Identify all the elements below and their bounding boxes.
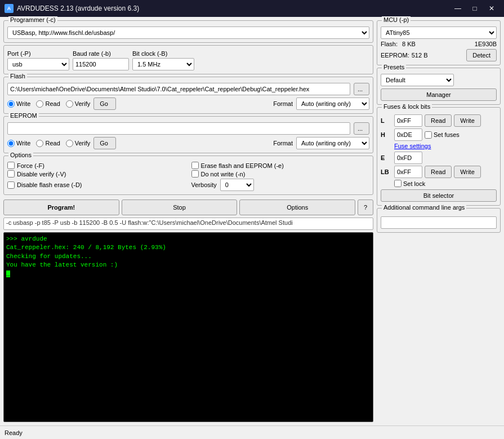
- fuse-lb-read-button[interactable]: Read: [425, 166, 452, 178]
- fuse-e-row: E: [381, 152, 497, 164]
- port-select[interactable]: usb: [7, 58, 69, 70]
- fuse-l-input[interactable]: [394, 114, 422, 127]
- eeprom-browse-button[interactable]: ...: [354, 122, 369, 135]
- set-lock-check-label[interactable]: Set lock: [394, 180, 425, 187]
- flash-go-button[interactable]: Go: [93, 97, 116, 110]
- eeprom-read-radio-label[interactable]: Read: [36, 140, 60, 147]
- flash-verify-radio[interactable]: [66, 100, 73, 108]
- fuse-e-label: E: [381, 154, 392, 161]
- set-lock-row: Set lock: [394, 180, 497, 187]
- flash-write-radio-label[interactable]: Write: [7, 100, 30, 108]
- port-label: Port (-P): [7, 50, 69, 57]
- title-bar-left: A AVRDUDESS 2.13 (avrdude version 6.3): [5, 4, 139, 13]
- flash-browse-button[interactable]: ...: [354, 83, 369, 95]
- detect-button[interactable]: Detect: [466, 49, 497, 61]
- programmer-select[interactable]: USBasp, http://www.fischl.de/usbasp/: [7, 26, 369, 39]
- eeprom-verify-radio[interactable]: [66, 140, 73, 147]
- fuse-l-read-button[interactable]: Read: [425, 114, 452, 127]
- additional-args-label: Additional command line args: [382, 204, 466, 211]
- close-button[interactable]: ✕: [484, 3, 499, 14]
- eeprom-write-radio-label[interactable]: Write: [7, 140, 30, 147]
- manager-button[interactable]: Manager: [381, 88, 497, 101]
- programmer-label: Programmer (-c): [8, 16, 57, 23]
- stop-button[interactable]: Stop: [122, 199, 238, 215]
- presets-group: Presets Default Manager: [377, 68, 501, 105]
- eeprom-read-label: Read: [45, 140, 60, 147]
- flash-write-label: Write: [16, 100, 30, 107]
- force-check-label[interactable]: Force (-F): [7, 162, 186, 169]
- console-line: Cat_reppeler.hex: 240 / 8,192 Bytes (2.9…: [6, 243, 371, 252]
- flash-write-radio[interactable]: [7, 100, 15, 108]
- eeprom-group: EEPROM ... Write Read V: [3, 116, 373, 153]
- flash-radio-group: Write Read Verify: [7, 100, 90, 108]
- console-line: >>> avrdude: [6, 235, 371, 243]
- disable-erase-checkbox[interactable]: [7, 181, 15, 189]
- options-button[interactable]: Options: [239, 199, 355, 215]
- fuse-lb-label: LB: [381, 168, 392, 175]
- baud-label: Baud rate (-b): [73, 50, 129, 57]
- maximize-button[interactable]: □: [467, 3, 483, 14]
- verbosity-row: Verbosity 01234: [191, 179, 370, 191]
- disable-verify-label: Disable verify (-V): [17, 171, 66, 178]
- disable-verify-checkbox[interactable]: [7, 170, 15, 178]
- flash-format-label: Format: [273, 100, 293, 107]
- additional-args-group: Additional command line args: [377, 208, 501, 233]
- app-icon: A: [5, 4, 14, 13]
- disable-erase-check-label[interactable]: Disable flash erase (-D): [7, 179, 186, 191]
- bitclock-label: Bit clock (-B): [132, 50, 194, 57]
- minimize-button[interactable]: —: [450, 3, 466, 14]
- disable-verify-check-label[interactable]: Disable verify (-V): [7, 170, 186, 178]
- erase-checkbox[interactable]: [191, 162, 199, 169]
- help-button[interactable]: ?: [358, 199, 373, 215]
- set-fuses-checkbox[interactable]: [425, 131, 432, 139]
- flash-group: Flash ... Write Read Ve: [3, 77, 373, 114]
- erase-label: Erase flash and EEPROM (-e): [201, 162, 284, 169]
- main-content: Programmer (-c) USBasp, http://www.fisch…: [0, 17, 504, 425]
- bitclock-select[interactable]: 1.5 MHz: [132, 58, 194, 70]
- options-label: Options: [8, 152, 33, 158]
- console: >>> avrdudeCat_reppeler.hex: 240 / 8,192…: [3, 232, 373, 422]
- set-lock-checkbox[interactable]: [394, 180, 402, 187]
- no-write-checkbox[interactable]: [191, 170, 199, 178]
- eeprom-go-button[interactable]: Go: [93, 137, 116, 149]
- right-panel: MCU (-p) ATtiny85 Flash: 8 KB 1E930B EEP…: [377, 20, 501, 422]
- fuse-l-row: L Read Write: [381, 114, 497, 127]
- fuse-e-input[interactable]: [394, 152, 422, 164]
- set-fuses-label: Set fuses: [434, 131, 460, 138]
- fuse-l-write-button[interactable]: Write: [454, 114, 480, 127]
- no-write-check-label[interactable]: Do not write (-n): [191, 170, 370, 178]
- presets-select[interactable]: Default: [381, 74, 454, 86]
- program-buttons-row: Program! Stop Options ?: [3, 199, 373, 215]
- fuse-lb-input[interactable]: [394, 166, 422, 178]
- fuse-lb-write-button[interactable]: Write: [454, 166, 480, 178]
- programmer-group: Programmer (-c) USBasp, http://www.fisch…: [3, 20, 373, 43]
- title-bar-buttons: — □ ✕: [450, 3, 499, 14]
- eeprom-verify-radio-label[interactable]: Verify: [66, 140, 91, 147]
- eeprom-write-radio[interactable]: [7, 140, 15, 147]
- eeprom-info-row: EEPROM: 512 B Detect: [381, 49, 497, 61]
- mcu-select[interactable]: ATtiny85: [381, 26, 497, 39]
- bit-selector-button[interactable]: Bit selector: [381, 189, 497, 202]
- flash-format-select[interactable]: Auto (writing only): [296, 97, 369, 110]
- left-panel: Programmer (-c) USBasp, http://www.fisch…: [3, 20, 373, 422]
- force-checkbox[interactable]: [7, 162, 15, 169]
- fuse-h-input[interactable]: [394, 128, 422, 141]
- baud-input[interactable]: [73, 58, 129, 70]
- additional-args-input[interactable]: [381, 216, 497, 229]
- mcu-flash-value: 8 KB: [402, 41, 416, 47]
- flash-read-radio[interactable]: [36, 100, 43, 108]
- set-fuses-check-label[interactable]: Set fuses: [425, 131, 460, 139]
- verbosity-select[interactable]: 01234: [220, 179, 254, 191]
- eeprom-read-radio[interactable]: [36, 140, 43, 147]
- flash-verify-radio-label[interactable]: Verify: [66, 100, 91, 108]
- eeprom-path-input[interactable]: [7, 122, 350, 135]
- eeprom-label: EEPROM: [8, 112, 39, 119]
- program-button[interactable]: Program!: [3, 199, 119, 215]
- flash-path-input[interactable]: [7, 83, 350, 95]
- flash-read-radio-label[interactable]: Read: [36, 100, 60, 108]
- console-line: Checking for updates...: [6, 252, 371, 261]
- options-group: Options Force (-F) Erase flash and EEPRO…: [3, 156, 373, 195]
- erase-check-label[interactable]: Erase flash and EEPROM (-e): [191, 162, 370, 169]
- eeprom-format-select[interactable]: Auto (writing only): [296, 137, 369, 149]
- fuse-settings-link[interactable]: Fuse settings: [394, 143, 431, 149]
